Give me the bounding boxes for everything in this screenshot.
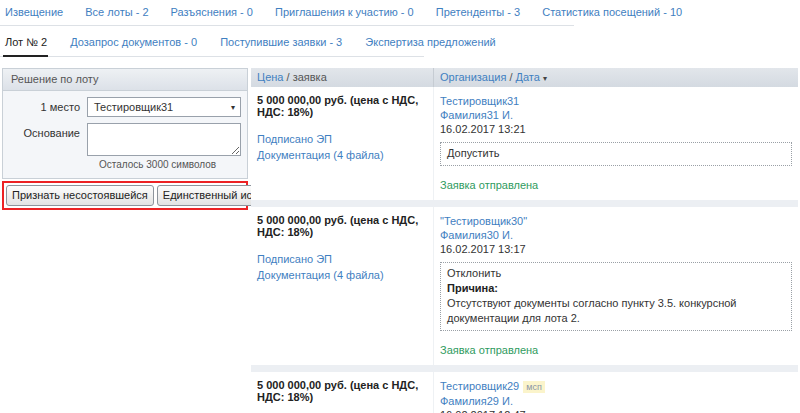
bid-datetime: 16.02.2017 13:21 [440, 122, 792, 136]
org-link[interactable]: "Тестировщик30" [440, 215, 527, 227]
reason-textarea[interactable] [87, 123, 241, 156]
sort-by-org-link[interactable]: Организация [440, 71, 506, 83]
bid-datetime: 16.02.2017 13:17 [440, 242, 792, 256]
row-separator [251, 200, 798, 207]
tab-received-bids[interactable]: Поступившие заявки - 3 [220, 36, 342, 48]
bid-price-cell: 5 000 000,00 руб. (цена с НДС, НДС: 18%)… [251, 372, 433, 413]
lot-tabs: Лот № 2 Дозапрос документов - 0 Поступив… [0, 30, 424, 57]
table-row: 5 000 000,00 руб. (цена с НДС, НДС: 18%)… [251, 207, 798, 365]
decision-value: Допустить [447, 146, 785, 161]
row-separator [251, 365, 798, 372]
reason-caption: Причина: [447, 281, 785, 296]
bid-price: 5 000 000,00 руб. (цена с НДС, НДС: 18%) [257, 214, 427, 238]
msp-badge: мсп [523, 381, 545, 393]
nav-item-invitations[interactable]: Приглашения к участию - 0 [275, 6, 414, 18]
signed-ep-link[interactable]: Подписано ЭП [257, 253, 427, 265]
documentation-link[interactable]: Документация (4 файла) [257, 269, 427, 281]
header-org-date: Организация / Дата ▾ [433, 68, 798, 87]
bid-price-cell: 5 000 000,00 руб. (цена с НДС, НДС: 18%)… [251, 207, 433, 365]
tab-proposal-expertise[interactable]: Экспертиза предложений [365, 36, 495, 48]
bid-price: 5 000 000,00 руб. (цена с НДС, НДС: 18%) [257, 379, 427, 403]
nav-item-visit-stats[interactable]: Статистика посещений - 10 [542, 6, 682, 18]
nav-item-all-lots[interactable]: Все лоты - 2 [85, 6, 148, 18]
signed-ep-link[interactable]: Подписано ЭП [257, 133, 427, 145]
person-link[interactable]: Фамилия29 И. [440, 394, 792, 408]
decision-box: Отклонить Причина: Отсутствуют документы… [440, 262, 792, 331]
nav-item-notice[interactable]: Извещение [5, 6, 63, 18]
org-link[interactable]: Тестировщик31 [440, 95, 519, 107]
reject-reason: Отсутствуют документы согласно пункту 3.… [447, 296, 785, 326]
org-link[interactable]: Тестировщик29 [440, 380, 519, 392]
tab-doc-request[interactable]: Дозапрос документов - 0 [70, 36, 197, 48]
chars-remaining-hint: Осталось 3000 символов [99, 159, 247, 170]
bid-org-cell: Тестировщик31 Фамилия31 И. 16.02.2017 13… [433, 87, 798, 200]
decision-value: Отклонить [447, 266, 785, 281]
declare-failed-button[interactable]: Признать несостоявшейся [6, 185, 154, 206]
bid-org-cell: "Тестировщик30" Фамилия30 И. 16.02.2017 … [433, 207, 798, 365]
tab-lot-2[interactable]: Лот № 2 [5, 36, 47, 48]
winner-select[interactable]: Тестировщик31 ▾ [87, 97, 241, 117]
active-tab-underline [3, 55, 48, 57]
person-link[interactable]: Фамилия30 И. [440, 228, 792, 242]
reason-label: Основание [3, 123, 87, 156]
chevron-down-icon: ▾ [231, 103, 235, 112]
bid-datetime: 16.02.2017 12:47 [440, 408, 792, 413]
table-row: 5 000 000,00 руб. (цена с НДС, НДС: 18%)… [251, 372, 798, 413]
decision-box: Допустить [440, 142, 792, 166]
bid-price-cell: 5 000 000,00 руб. (цена с НДС, НДС: 18%)… [251, 87, 433, 200]
header-price-bid: Цена / заявка [251, 68, 433, 87]
sort-by-price-link[interactable]: Цена [257, 71, 283, 83]
winner-select-value: Тестировщик31 [94, 101, 173, 113]
bid-price: 5 000 000,00 руб. (цена с НДС, НДС: 18%) [257, 94, 427, 118]
table-header: Цена / заявка Организация / Дата ▾ [251, 68, 798, 87]
bids-table: Цена / заявка Организация / Дата ▾ 5 000… [251, 68, 798, 413]
person-link[interactable]: Фамилия31 И. [440, 108, 792, 122]
decision-panel: Решение по лоту 1 место Тестировщик31 ▾ … [2, 68, 248, 210]
panel-title: Решение по лоту [3, 69, 247, 91]
highlight-annotation: Признать несостоявшейся Единственный ист… [2, 181, 248, 210]
bid-org-cell: Тестировщик29мсп Фамилия29 И. 16.02.2017… [433, 372, 798, 413]
status-badge: Заявка отправлена [440, 179, 792, 191]
nav-item-clarifications[interactable]: Разъяснения - 0 [171, 6, 253, 18]
documentation-link[interactable]: Документация (4 файла) [257, 149, 427, 161]
first-place-label: 1 место [3, 97, 87, 117]
sort-desc-icon: ▾ [543, 74, 547, 83]
sort-by-date-link[interactable]: Дата [516, 71, 540, 83]
status-badge: Заявка отправлена [440, 344, 792, 356]
nav-item-applicants[interactable]: Претенденты - 3 [436, 6, 520, 18]
top-nav: Извещение Все лоты - 2 Разъяснения - 0 П… [0, 0, 574, 26]
table-row: 5 000 000,00 руб. (цена с НДС, НДС: 18%)… [251, 87, 798, 200]
